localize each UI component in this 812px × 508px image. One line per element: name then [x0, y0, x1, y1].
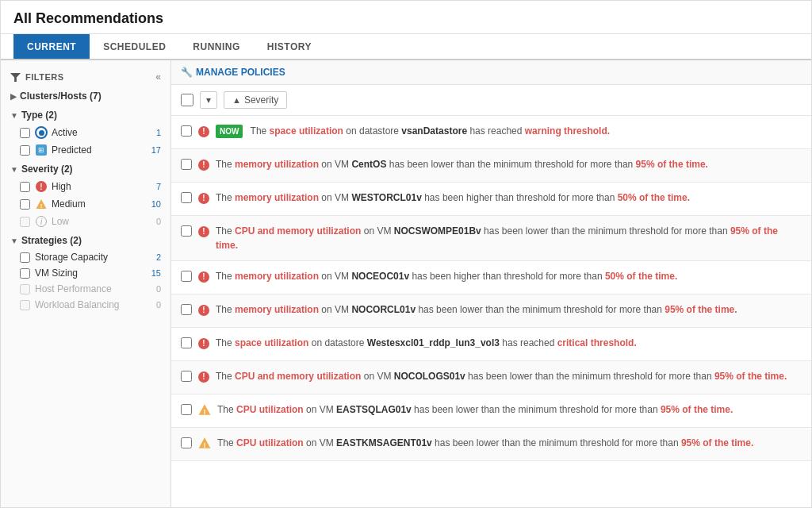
low-checkbox[interactable] — [20, 217, 30, 227]
high-icon: ! — [198, 193, 209, 204]
dropdown-button[interactable]: ▾ — [200, 91, 217, 109]
arrow-icon: ▼ — [10, 111, 18, 120]
table-toolbar: ▾ ▲ Severity — [171, 85, 811, 116]
predicted-checkbox[interactable] — [20, 145, 30, 156]
severity-toggle[interactable]: ▼ Severity (2) — [1, 160, 170, 178]
filter-item-high: ! High 7 — [1, 178, 170, 195]
rec-highlight: memory utilization — [235, 159, 319, 170]
rec-checkbox-7[interactable] — [181, 337, 192, 348]
filter-item-active: Active 1 — [1, 124, 170, 141]
severity-icon-high: ! — [198, 370, 209, 383]
rec-checkbox-1[interactable] — [181, 125, 192, 137]
workload-balancing-count: 0 — [156, 300, 161, 310]
arrow-icon: ▶ — [10, 92, 17, 101]
rec-threshold: 95% of the time. — [681, 437, 753, 448]
table-row: ! The CPU utilization on VM EASTSQLAG01v… — [171, 394, 811, 428]
filter-section-clusters: ▶ Clusters/Hosts (7) — [1, 87, 170, 105]
rec-highlight: memory utilization — [235, 304, 319, 315]
rec-threshold: critical threshold. — [557, 337, 637, 348]
high-icon: ! — [198, 226, 209, 237]
storage-capacity-checkbox[interactable] — [20, 252, 30, 263]
type-toggle[interactable]: ▼ Type (2) — [1, 106, 170, 124]
rec-text-9: The CPU utilization on VM EASTSQLAG01v h… — [217, 402, 733, 417]
page-header: All Recommendations — [1, 1, 811, 34]
rec-text-2: The memory utilization on VM CentOS has … — [216, 157, 708, 171]
rec-text-3: The memory utilization on VM WESTORCL01v… — [216, 190, 690, 205]
medium-checkbox[interactable] — [20, 199, 30, 210]
sort-button[interactable]: ▲ Severity — [224, 91, 287, 109]
severity-icon-high: ! — [198, 125, 209, 137]
content-area: 🔧 MANAGE POLICIES ▾ ▲ Severity — [171, 60, 811, 507]
rec-vm: NOCOLOGS01v — [394, 371, 465, 382]
rec-checkbox-5[interactable] — [181, 271, 192, 282]
rec-highlight: CPU utilization — [236, 437, 304, 448]
filter-section-type: ▼ Type (2) Active 1 ⊞ — [1, 106, 170, 159]
manage-policies-link[interactable]: 🔧 MANAGE POLICIES — [181, 67, 285, 78]
low-count: 0 — [156, 217, 161, 226]
rec-checkbox-3[interactable] — [181, 192, 192, 203]
rec-threshold: 95% of the time. — [636, 159, 708, 170]
severity-icon-medium: ! — [198, 437, 211, 452]
rec-vm: CentOS — [351, 159, 386, 170]
rec-checkbox-10[interactable] — [181, 437, 192, 448]
rec-highlight: CPU and memory utilization — [235, 371, 361, 382]
tab-bar: CURRENT SCHEDULED RUNNING HISTORY — [1, 34, 811, 60]
host-performance-label: Host Performance — [35, 283, 156, 294]
rec-threshold: 95% of the time. — [714, 371, 787, 382]
tab-current[interactable]: CURRENT — [13, 34, 90, 59]
rec-checkbox-6[interactable] — [181, 304, 192, 315]
page-container: All Recommendations CURRENT SCHEDULED RU… — [0, 0, 812, 508]
rec-text-1: NOW The space utilization on datastore v… — [216, 124, 610, 138]
tab-scheduled[interactable]: SCHEDULED — [90, 34, 179, 59]
rec-checkbox-9[interactable] — [181, 404, 192, 415]
strategies-toggle[interactable]: ▼ Strategies (2) — [1, 232, 170, 249]
clusters-hosts-toggle[interactable]: ▶ Clusters/Hosts (7) — [1, 87, 170, 105]
recommendations-list: ! NOW The space utilization on datastore… — [171, 116, 811, 507]
rec-vm: Westesxcl01_rddp_lun3_vol3 — [367, 337, 500, 348]
rec-checkbox-2[interactable] — [181, 159, 192, 170]
high-checkbox[interactable] — [20, 182, 30, 192]
low-label: Low — [52, 216, 156, 227]
table-row: ! The memory utilization on VM NOCORCL01… — [171, 294, 811, 328]
sidebar-collapse-button[interactable]: « — [155, 71, 161, 83]
high-icon: ! — [198, 160, 209, 171]
severity-icon-high: ! — [198, 225, 209, 237]
strategies-label: Strategies (2) — [21, 235, 82, 246]
rec-threshold: 95% of the time. — [665, 304, 737, 315]
rec-highlight: CPU and memory utilization — [235, 225, 361, 237]
active-checkbox[interactable] — [20, 128, 30, 138]
select-all-checkbox[interactable] — [181, 94, 193, 106]
storage-capacity-count: 2 — [156, 252, 161, 262]
vm-sizing-checkbox[interactable] — [20, 268, 30, 279]
rec-checkbox-4[interactable] — [181, 225, 192, 237]
severity-icon-high: ! — [198, 191, 209, 204]
rec-text-5: The memory utilization on VM NOCEOC01v h… — [216, 269, 677, 283]
high-icon: ! — [198, 126, 209, 137]
tab-history[interactable]: HISTORY — [254, 34, 325, 59]
predicted-icon: ⊞ — [35, 144, 48, 156]
rec-text-6: The memory utilization on VM NOCORCL01v … — [216, 302, 737, 317]
low-severity-icon: i — [35, 215, 48, 228]
rec-text-10: The CPU utilization on VM EASTKMSAGENT01… — [217, 436, 753, 450]
high-label: High — [52, 181, 156, 192]
predicted-grid-icon: ⊞ — [36, 144, 47, 156]
medium-triangle-icon: ! — [198, 403, 211, 416]
rec-vm: NOCSWOMPE01Bv — [394, 225, 481, 237]
vm-sizing-label: VM Sizing — [35, 267, 151, 279]
rec-checkbox-8[interactable] — [181, 371, 192, 382]
predicted-count: 17 — [151, 145, 161, 155]
dropdown-icon: ▾ — [206, 94, 211, 106]
filter-icon — [10, 72, 21, 83]
host-performance-checkbox[interactable] — [20, 284, 30, 294]
medium-triangle-icon: ! — [198, 437, 211, 449]
arrow-icon: ▼ — [10, 165, 18, 174]
vm-sizing-count: 15 — [151, 268, 161, 278]
filter-item-workload-balancing: Workload Balancing 0 — [1, 297, 170, 313]
severity-icon-high: ! — [198, 337, 209, 349]
workload-balancing-checkbox[interactable] — [20, 300, 30, 310]
tab-running[interactable]: RUNNING — [179, 34, 254, 59]
high-icon: ! — [198, 305, 209, 316]
rec-text-7: The space utilization on datastore Weste… — [216, 336, 637, 350]
type-label: Type (2) — [21, 110, 57, 121]
high-severity-icon: ! — [35, 180, 48, 193]
